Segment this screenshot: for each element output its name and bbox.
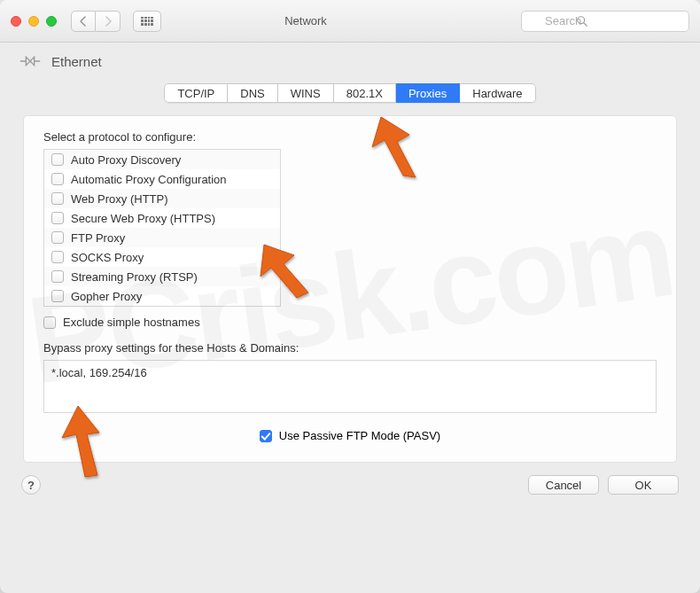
tab-hardware[interactable]: Hardware <box>460 83 535 103</box>
checkbox[interactable] <box>51 192 64 205</box>
ethernet-icon <box>18 49 43 74</box>
search-wrap <box>521 11 689 32</box>
checkbox[interactable] <box>51 290 64 302</box>
interface-name: Ethernet <box>51 54 102 69</box>
pasv-row[interactable]: Use Passive FTP Mode (PASV) <box>43 429 657 442</box>
proxies-panel: Select a protocol to configure: Auto Pro… <box>23 115 677 463</box>
pasv-checkbox[interactable] <box>260 430 272 442</box>
titlebar: Network <box>0 0 700 43</box>
tab-wins[interactable]: WINS <box>278 83 334 103</box>
checkbox[interactable] <box>51 173 64 185</box>
tab-segmented: TCP/IP DNS WINS 802.1X Proxies Hardware <box>164 83 535 103</box>
interface-header: Ethernet <box>0 43 700 74</box>
tab-tcpip[interactable]: TCP/IP <box>164 83 228 103</box>
exclude-simple-label: Exclude simple hostnames <box>63 316 200 329</box>
protocol-row-rtsp[interactable]: Streaming Proxy (RTSP) <box>44 267 280 286</box>
exclude-simple-checkbox[interactable] <box>43 316 56 329</box>
cancel-button[interactable]: Cancel <box>528 475 599 495</box>
search-input[interactable] <box>521 11 689 32</box>
exclude-simple-row[interactable]: Exclude simple hostnames <box>43 316 657 329</box>
tab-proxies[interactable]: Proxies <box>396 83 460 103</box>
network-window: Network Ethernet TCP/IP DNS WINS 802.1X … <box>0 0 700 593</box>
protocol-label: Web Proxy (HTTP) <box>71 192 168 206</box>
protocol-row-http[interactable]: Web Proxy (HTTP) <box>44 189 280 208</box>
checkbox[interactable] <box>51 231 64 244</box>
protocol-label: Automatic Proxy Configuration <box>71 173 227 186</box>
tab-bar: TCP/IP DNS WINS 802.1X Proxies Hardware <box>0 83 700 103</box>
checkbox[interactable] <box>51 153 64 166</box>
svg-line-1 <box>584 22 587 26</box>
checkbox[interactable] <box>51 270 64 283</box>
back-button[interactable] <box>71 11 96 32</box>
protocol-row-ftp[interactable]: FTP Proxy <box>44 228 280 247</box>
protocol-label: Streaming Proxy (RTSP) <box>71 270 198 284</box>
help-button[interactable]: ? <box>21 475 41 495</box>
zoom-icon[interactable] <box>46 16 57 27</box>
protocol-label: Secure Web Proxy (HTTPS) <box>71 212 215 225</box>
window-controls <box>11 16 57 27</box>
footer: ? Cancel OK <box>0 463 700 511</box>
tab-8021x[interactable]: 802.1X <box>334 83 396 103</box>
protocol-label: SOCKS Proxy <box>71 251 144 264</box>
close-icon[interactable] <box>11 16 21 27</box>
ok-button[interactable]: OK <box>608 475 679 495</box>
protocol-row-socks[interactable]: SOCKS Proxy <box>44 247 280 267</box>
select-protocol-label: Select a protocol to configure: <box>43 130 657 144</box>
protocol-row-https[interactable]: Secure Web Proxy (HTTPS) <box>44 208 280 228</box>
chevron-left-icon <box>80 16 87 27</box>
search-icon <box>576 15 588 27</box>
protocol-row-gopher[interactable]: Gopher Proxy <box>44 286 280 306</box>
minimize-icon[interactable] <box>28 16 39 27</box>
bypass-label: Bypass proxy settings for these Hosts & … <box>43 341 657 355</box>
protocol-list[interactable]: Auto Proxy Discovery Automatic Proxy Con… <box>43 149 281 307</box>
protocol-label: Auto Proxy Discovery <box>71 153 181 167</box>
checkbox[interactable] <box>51 212 64 224</box>
protocol-row-auto-discovery[interactable]: Auto Proxy Discovery <box>44 150 280 169</box>
protocol-label: Gopher Proxy <box>71 290 142 303</box>
tab-dns[interactable]: DNS <box>228 83 277 103</box>
protocol-label: FTP Proxy <box>71 231 125 245</box>
protocol-row-auto-config[interactable]: Automatic Proxy Configuration <box>44 169 280 189</box>
bypass-textarea[interactable]: *.local, 169.254/16 <box>43 360 657 413</box>
pasv-label: Use Passive FTP Mode (PASV) <box>279 429 440 442</box>
window-title: Network <box>97 14 514 27</box>
checkbox[interactable] <box>51 251 64 263</box>
